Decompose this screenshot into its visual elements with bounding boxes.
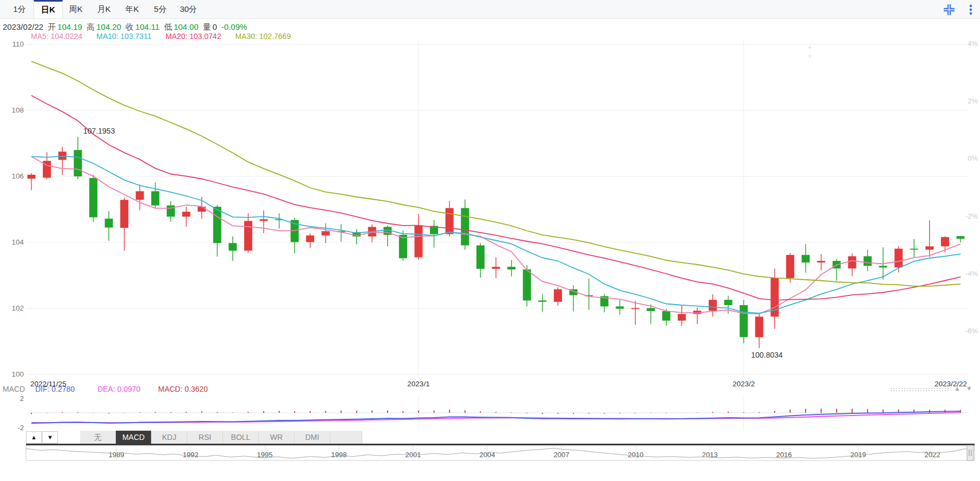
candle[interactable] — [74, 150, 82, 176]
chart-canvas: 1101081061041021004%2%0%-2%-4%-6%2022/11… — [0, 0, 980, 481]
ma-value-20: MA20: 103.0742 — [166, 32, 221, 41]
tab-日K[interactable]: 日K — [34, 0, 63, 18]
scroll-down-button[interactable]: ▼ — [42, 431, 58, 444]
quote-value: 104.20 — [96, 22, 121, 31]
candle[interactable] — [244, 221, 252, 251]
navigator-handle[interactable] — [967, 445, 974, 460]
candle[interactable] — [523, 269, 531, 300]
candle[interactable] — [957, 236, 965, 239]
indicator-tab-bar: ▲▼无MACDKDJRSIBOLLWRDMI — [0, 431, 980, 444]
indicator-tab-无[interactable]: 无 — [80, 431, 116, 444]
candle[interactable] — [631, 308, 639, 309]
x-axis-label: 2023/2/22 — [935, 380, 967, 388]
quote-change: -0.09% — [221, 22, 247, 31]
navigator-year-label: 1998 — [331, 451, 347, 459]
quote-value: 0 — [213, 22, 217, 31]
candle[interactable] — [446, 208, 454, 234]
quote-label: 低 — [164, 22, 172, 31]
high-annotation: 107.1953 — [83, 127, 115, 135]
y-axis-label: 100 — [11, 370, 24, 378]
tab-周K[interactable]: 周K — [62, 0, 90, 18]
candle[interactable] — [941, 237, 949, 246]
candle[interactable] — [492, 267, 500, 269]
navigator-year-label: 2010 — [628, 451, 644, 459]
tab-月K[interactable]: 月K — [90, 0, 118, 18]
collapse-icon[interactable] — [943, 4, 955, 16]
quote-label: 开 — [48, 22, 56, 31]
indicator-tab-DMI[interactable]: DMI — [295, 431, 330, 444]
navigator-year-label: 1989 — [109, 451, 125, 459]
candle[interactable] — [120, 200, 128, 228]
macd-up-arrow[interactable]: ▲ — [954, 385, 961, 392]
candle[interactable] — [554, 289, 562, 302]
ma10-line — [31, 156, 961, 313]
macd-drag-handle-icon[interactable] — [891, 388, 950, 392]
macd-value-macd: MACD: 0.3620 — [158, 385, 208, 393]
candle[interactable] — [28, 175, 36, 179]
tab-5分[interactable]: 5分 — [146, 0, 174, 18]
quote-value: 104.19 — [57, 22, 82, 31]
candle[interactable] — [755, 317, 763, 337]
macd-pane-title: MACD — [3, 385, 25, 393]
candle[interactable] — [322, 231, 330, 235]
indicator-tab-BOLL[interactable]: BOLL — [223, 431, 259, 444]
watermark: + — [808, 44, 812, 51]
right-axis-label: 0% — [968, 154, 978, 162]
candle[interactable] — [213, 207, 221, 243]
candle[interactable] — [724, 300, 733, 305]
candle[interactable] — [306, 235, 314, 242]
candle[interactable] — [817, 261, 825, 262]
candle[interactable] — [740, 305, 748, 337]
candle[interactable] — [925, 246, 933, 249]
period-tab-bar: 1分日K周K月K年K5分30分 — [0, 0, 980, 19]
macd-axis-label: 2 — [20, 394, 24, 403]
candle[interactable] — [709, 300, 717, 311]
tab-30分[interactable]: 30分 — [174, 0, 202, 18]
candle[interactable] — [228, 243, 237, 251]
candle[interactable] — [616, 306, 624, 308]
ma-values-bar: MA5: 104.0224MA10: 103.7311MA20: 103.074… — [31, 32, 305, 41]
y-axis-label: 104 — [11, 238, 24, 246]
candle[interactable] — [182, 212, 191, 216]
indicator-tab-spacer — [330, 431, 362, 444]
candle[interactable] — [507, 267, 515, 269]
y-axis-label: 102 — [11, 304, 24, 312]
candle[interactable] — [89, 178, 97, 218]
navigator-year-label: 1992 — [183, 451, 199, 459]
candle[interactable] — [848, 256, 856, 269]
quote-bar: 2023/02/22开104.19高104.20收104.11低104.00量0… — [3, 22, 247, 31]
candle[interactable] — [461, 208, 469, 246]
candle[interactable] — [802, 255, 810, 262]
candle[interactable] — [198, 207, 206, 212]
quote-value: 104.00 — [174, 22, 199, 31]
candle[interactable] — [476, 245, 485, 268]
candle[interactable] — [894, 249, 903, 268]
candle[interactable] — [864, 256, 872, 266]
low-annotation: 100.8034 — [751, 351, 783, 359]
tab-1分[interactable]: 1分 — [5, 0, 34, 18]
candle[interactable] — [786, 255, 794, 278]
candle[interactable] — [399, 235, 407, 258]
x-axis-label: 2023/1 — [407, 380, 429, 388]
candle[interactable] — [879, 266, 887, 267]
candle[interactable] — [415, 225, 423, 257]
candle[interactable] — [136, 191, 144, 200]
candle[interactable] — [538, 300, 546, 301]
scroll-up-button[interactable]: ▲ — [26, 431, 42, 444]
indicator-tab-MACD[interactable]: MACD — [116, 431, 152, 444]
candle[interactable] — [151, 191, 159, 205]
more-icon[interactable] — [965, 4, 977, 16]
macd-down-arrow[interactable]: ▼ — [966, 385, 972, 392]
tab-年K[interactable]: 年K — [118, 0, 146, 18]
right-axis-label: 4% — [968, 39, 978, 48]
indicator-tab-RSI[interactable]: RSI — [187, 431, 223, 444]
candle[interactable] — [662, 311, 670, 321]
right-axis-label: -4% — [965, 269, 978, 278]
indicator-tab-WR[interactable]: WR — [259, 431, 295, 444]
candle[interactable] — [647, 308, 655, 311]
candle[interactable] — [260, 219, 268, 221]
candle[interactable] — [678, 314, 686, 320]
indicator-tab-KDJ[interactable]: KDJ — [152, 431, 187, 444]
candle[interactable] — [105, 219, 113, 227]
candle[interactable] — [910, 249, 918, 250]
